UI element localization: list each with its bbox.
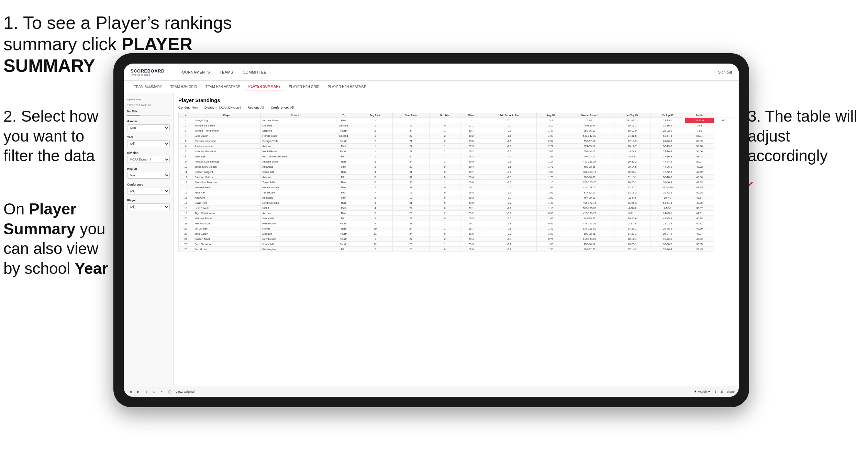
toolbar-share-btn[interactable]: ⇧ xyxy=(144,389,149,394)
filter-region: Region: All xyxy=(248,106,264,109)
player-label: Player xyxy=(127,199,170,202)
table-row[interactable]: 12Brendan ValdesAuburnFifth537068.4-1.11… xyxy=(179,175,734,180)
nav-right: | Sign out xyxy=(714,70,732,74)
toolbar-share[interactable]: Share xyxy=(726,390,735,393)
col-reg-rank: Reg Rank xyxy=(358,113,392,118)
annotation-right: 3. The table will adjust accordingly xyxy=(748,107,858,166)
table-row[interactable]: 14Maxwell FordNorth CarolinaThird723069.… xyxy=(179,185,734,190)
table-row[interactable]: 2Michael Le SassoOle MissSecond118067.1-… xyxy=(179,123,734,128)
col-rank: # xyxy=(179,113,193,118)
gender-section: Gender Men xyxy=(127,120,170,131)
toolbar-forward-btn[interactable]: ▶ xyxy=(136,389,141,394)
col-overall-record: Overall Record xyxy=(565,113,614,118)
col-vs-top25: Vs Top 25 xyxy=(614,113,650,118)
app-header: SCOREBOARD Powered by dippd TOURNAMENTS … xyxy=(124,64,739,81)
col-player: Player xyxy=(193,113,261,118)
table-row[interactable]: 18Luke PowellUCLAFirst424069.1-1.81.1350… xyxy=(179,205,734,211)
table-body: 1Wenyi DingArizona StateFirst1115167.1-3… xyxy=(179,118,734,252)
nav-items: TOURNAMENTS TEAMS COMMITTEE xyxy=(175,64,714,81)
region-section: Region N/A xyxy=(127,167,170,179)
logo-area: SCOREBOARD Powered by dippd xyxy=(131,68,165,76)
table-area: Player Standings Gender: Men Division: N… xyxy=(174,93,739,386)
table-row[interactable]: 22Ian GilliganFloridaThird1024168.7-0.81… xyxy=(179,226,734,231)
toolbar-add-btn[interactable]: + xyxy=(159,389,164,394)
table-row[interactable]: 6Jackson KoivunAuburnFirst127167.3-2.02.… xyxy=(179,144,734,149)
table-filters: Gender: Men Division: NCAA Division I Re… xyxy=(178,106,734,109)
toolbar-expand[interactable]: ⇲ xyxy=(720,390,723,393)
tablet: SCOREBOARD Powered by dippd TOURNAMENTS … xyxy=(113,53,749,407)
conference-label: Conference xyxy=(127,183,170,186)
sub-nav-team-h2h-heatmap[interactable]: TEAM H2H HEATMAP xyxy=(202,84,244,90)
player-standings-table: # Player School Yr Reg Rank Conf Rank No… xyxy=(178,113,734,252)
slider-fill xyxy=(127,115,140,116)
col-conf-rank: Conf Rank xyxy=(392,113,429,118)
toolbar-bookmark-btn[interactable]: □ xyxy=(152,389,156,394)
filter-gender: Gender: Men xyxy=(178,106,198,109)
sub-nav-player-h2h-grid[interactable]: PLAYER H2H GRID xyxy=(286,84,323,90)
table-row[interactable]: 11Gordon SargentVanderbiltThird421068.7-… xyxy=(179,169,734,175)
main-content: Update time: 27/03/2024 16:56:26 No Rds.… xyxy=(124,93,739,386)
table-row[interactable]: 15Jake HallTennesseeFifth718068.5-1.51.6… xyxy=(179,190,734,195)
annotation-mid-left: 2. Select how you want to filter the dat… xyxy=(3,107,107,166)
nav-teams[interactable]: TEAMS xyxy=(215,64,238,81)
table-row[interactable]: 25Cole SherwoodVanderbiltFourth1223169.3… xyxy=(179,242,734,247)
toolbar-watch[interactable]: 👁 Watch ▼ xyxy=(694,390,711,393)
toolbar-view[interactable]: View: Original xyxy=(176,390,194,393)
slider-bar[interactable] xyxy=(127,115,170,116)
table-row[interactable]: 1Wenyi DingArizona StateFirst1115167.1-3… xyxy=(179,118,734,123)
col-wins: Wins xyxy=(460,113,482,118)
player-select[interactable]: (All) xyxy=(127,203,170,210)
nav-committee[interactable]: COMMITTEE xyxy=(238,64,271,81)
sign-out-link[interactable]: Sign out xyxy=(718,70,732,74)
col-school: School xyxy=(261,113,329,118)
filter-division: Division: NCAA Division I xyxy=(204,106,241,109)
nav-tournaments[interactable]: TOURNAMENTS xyxy=(175,64,215,81)
sidebar-update-label: Update time: xyxy=(127,98,170,101)
sub-nav-player-h2h-heatmap[interactable]: PLAYER H2H HEATMAP xyxy=(324,84,370,90)
division-label: Division xyxy=(127,151,170,155)
toolbar-download[interactable]: ⇓ xyxy=(714,390,717,393)
col-avg-sg: Avg SG xyxy=(536,113,565,118)
table-row[interactable]: 9Preston SummerhaysArizona StateThird324… xyxy=(179,159,734,164)
nav-separator: | xyxy=(714,70,715,74)
table-row[interactable]: 8Mats EgeEast Tennessee StateFifth124268… xyxy=(179,154,734,159)
table-row[interactable]: 13Phichaksn MaichonTexas A&MThird630169.… xyxy=(179,180,734,185)
table-row[interactable]: 10Jacob Skov OlesenArkansasFifth223068.4… xyxy=(179,164,734,169)
table-header-row: # Player School Yr Reg Rank Conf Rank No… xyxy=(179,113,734,118)
table-row[interactable]: 3Michael ThorbjornsenStanfordFourth28168… xyxy=(179,128,734,133)
division-select[interactable]: NCAA Division I xyxy=(127,156,170,163)
bottom-toolbar: ◀ ▶ ⇧ □ + ◯ View: Original 👁 Watch ▼ ⇓ ⇲… xyxy=(124,386,739,397)
sub-nav: TEAM SUMMARY TEAM H2H GRID TEAM H2H HEAT… xyxy=(124,81,739,93)
conference-section: Conference (All) xyxy=(127,183,170,194)
table-row[interactable]: 16Alex GoffKentuckyFifth819068.3-1.71.92… xyxy=(179,195,734,200)
year-label: Year xyxy=(127,135,170,139)
table-row[interactable]: 26Petr HrubyWashingtonFifth725068.6-1.81… xyxy=(179,247,734,252)
no-rds-section: No Rds. xyxy=(127,110,170,116)
table-row[interactable]: 4Luke ClatonFlorida StateSecond127268.2-… xyxy=(179,133,734,138)
col-yr: Yr xyxy=(329,113,358,118)
table-row[interactable]: 21Taehoon SongWashingtonFourth423169.1-1… xyxy=(179,221,734,226)
table-row[interactable]: 17David FordNorth CarolinaThird421069.0-… xyxy=(179,200,734,205)
annotation-bottom-left: On Player Summary you can also view by s… xyxy=(3,199,110,278)
toolbar-clock-btn[interactable]: ◯ xyxy=(167,389,173,394)
sub-nav-player-summary[interactable]: PLAYER SUMMARY xyxy=(245,83,284,90)
year-select[interactable]: (All) xyxy=(127,140,170,147)
conference-select[interactable]: (All) xyxy=(127,188,170,194)
table-row[interactable]: 24Bastien AmatNew MexicoFourth127269.4-1… xyxy=(179,236,734,242)
sub-nav-team-h2h-grid[interactable]: TEAM H2H GRID xyxy=(167,84,201,90)
col-vs-top50: Vs Top 50 xyxy=(650,113,685,118)
gender-select[interactable]: Men xyxy=(127,124,170,131)
toolbar-back-btn[interactable]: ◀ xyxy=(128,389,133,394)
region-select[interactable]: N/A xyxy=(127,172,170,179)
player-section: Player (All) xyxy=(127,199,170,210)
table-row[interactable]: 20Matthew RiedelVanderbiltFifth923069.5-… xyxy=(179,216,734,221)
region-label: Region xyxy=(127,167,170,170)
table-row[interactable]: 7Nicholas GabrelcikNorth FloridaFourth12… xyxy=(179,149,734,154)
col-no-rds: No. Rds. xyxy=(429,113,460,118)
sub-nav-team-summary[interactable]: TEAM SUMMARY xyxy=(131,84,166,90)
table-row[interactable]: 19Tiger ChristensenArizonaThird523269.2-… xyxy=(179,211,734,216)
table-row[interactable]: 23Jack LundinMissouriFourth1124068.6-2.3… xyxy=(179,231,734,236)
no-rds-label: No Rds. xyxy=(127,110,170,113)
table-row[interactable]: 5Christo LamprechtGeorgia TechFourth2212… xyxy=(179,138,734,144)
annotation-line2: summary click xyxy=(3,34,122,54)
